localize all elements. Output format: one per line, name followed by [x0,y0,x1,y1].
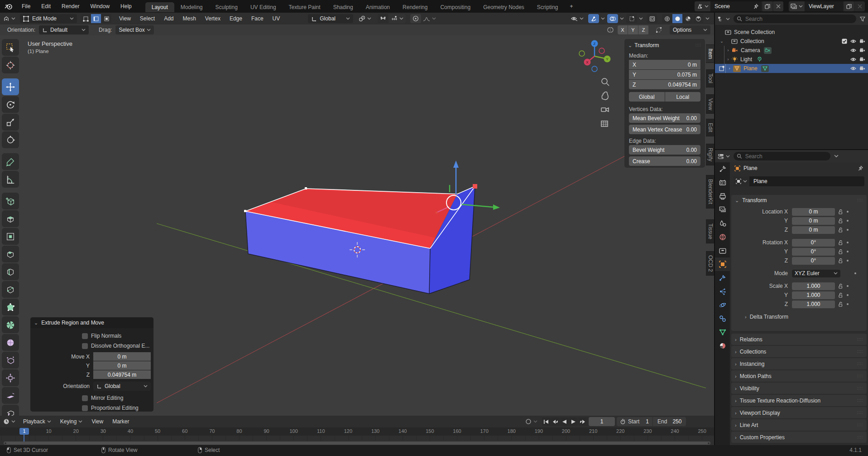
rotation-field[interactable]: 0° [792,239,835,247]
exclude-checkbox[interactable] [842,39,847,44]
show-gizmo-toggle[interactable] [588,14,599,23]
pan-view-icon[interactable] [602,92,608,100]
next-keyframe-button[interactable] [578,417,587,426]
tab-view-layer[interactable] [715,203,730,217]
tool-knife[interactable] [2,281,19,298]
start-frame-field[interactable]: Start 1 [617,417,653,426]
tool-select-box[interactable] [2,39,19,56]
rendered-shading-button[interactable] [693,14,703,23]
expand-icon[interactable]: › [724,57,732,62]
mirror-axis-button[interactable]: Z [638,25,648,34]
viewport-menu-item[interactable]: Vertex [201,13,225,24]
tool-measure[interactable] [2,171,19,188]
menu-item[interactable]: Edit [36,0,56,13]
tool-spin[interactable] [2,316,19,333]
view-object-types-dropdown[interactable] [569,16,586,21]
properties-panel-header[interactable]: ›Custom Properties ···· ···· [731,432,867,443]
operator-collapse-icon[interactable]: ⌄ [34,320,38,326]
render-visibility-icon[interactable] [859,48,865,53]
sidebar-tab-rigify[interactable]: Rigify [706,144,714,165]
properties-panel-header[interactable]: ›Viewport Display ···· ···· [731,407,867,418]
pin-id-icon[interactable] [858,165,863,171]
tab-constraints[interactable] [715,312,730,325]
viewport-menu-item[interactable]: Mesh [178,13,201,24]
keying-menu[interactable]: Keying [56,416,87,427]
animate-dot[interactable] [847,303,849,305]
snap-target-dropdown[interactable] [388,14,406,23]
hide-eye-icon[interactable] [850,39,856,44]
render-visibility-icon[interactable] [859,57,865,62]
zoom-view-icon[interactable] [602,78,609,86]
properties-panel-header[interactable]: ›Relations ···· ···· [731,334,867,345]
light-data-icon[interactable] [756,56,763,63]
median-field[interactable]: X0 m [629,60,700,69]
outliner-search[interactable] [734,15,856,23]
viewlayer-selector[interactable]: ViewLayer [789,1,865,11]
properties-search[interactable] [734,152,830,160]
menu-item[interactable]: File [16,0,36,13]
dissolve-orthogonal-checkbox[interactable] [82,343,88,349]
animate-dot[interactable] [847,294,849,296]
panel-drag-grip[interactable]: ···· ···· [857,423,863,427]
options-dropdown[interactable]: Options [670,25,710,34]
animate-dot[interactable] [854,272,856,274]
animate-dot[interactable] [847,220,849,222]
workspace-tab[interactable]: Rendering [396,2,434,12]
camera-view-icon[interactable] [601,108,609,112]
tool-rip-region[interactable] [2,405,19,416]
panel-drag-grip[interactable]: ···· ···· [857,399,863,403]
3d-viewport[interactable]: Z Y X User Perspective (1) Plane [0,35,714,416]
lock-icon[interactable] [839,209,843,214]
panel-drag-grip[interactable]: ···· ···· [857,199,863,202]
delta-transform-subpanel[interactable]: › Delta Transform [745,314,867,320]
show-overlays-toggle[interactable] [607,14,618,23]
panel-drag-grip[interactable]: ···· ···· [857,338,863,341]
play-button[interactable] [569,417,578,426]
workspace-tab[interactable]: UV Editing [244,2,283,12]
outliner-row-scene-collection[interactable]: Scene Collection [715,28,868,37]
tool-extrude-region[interactable] [2,210,19,227]
tab-modifiers[interactable] [715,271,730,285]
tool-add-cube[interactable] [2,193,19,209]
proportional-falloff-dropdown[interactable] [421,14,437,23]
xray-toggle[interactable] [626,14,637,23]
new-viewlayer-button[interactable] [844,1,854,11]
viewport-menu-item[interactable]: Face [247,13,268,24]
vertex-data-field[interactable]: Mean Vertex Crease0.00 [629,125,700,134]
lock-icon[interactable] [839,293,843,298]
tab-physics[interactable] [715,298,730,312]
animate-dot[interactable] [847,260,849,262]
expand-icon[interactable]: › [724,48,732,53]
pivot-point-dropdown[interactable] [357,15,373,22]
solid-shading-button[interactable] [672,14,682,23]
tool-smooth[interactable] [2,334,19,351]
workspace-tab[interactable]: Modeling [174,2,209,12]
scale-field[interactable]: 1.000 [792,282,835,290]
sidebar-tab-tissue[interactable]: Tissue [706,219,714,243]
panel-drag-grip[interactable]: ···· ···· [857,350,863,354]
transform-orientation-dropdown[interactable]: Global [308,14,353,23]
edge-data-field[interactable]: Bevel Weight0.00 [629,145,700,155]
tool-bevel[interactable] [2,246,19,262]
tool-rotate[interactable] [2,96,19,113]
lock-icon[interactable] [839,249,843,254]
tool-randomize[interactable] [2,352,19,369]
outliner-row-camera[interactable]: › Camera [715,46,868,55]
end-frame-field[interactable]: End 250 [653,417,686,426]
workspace-tab[interactable]: Texture Paint [283,2,327,12]
mirror-axis-button[interactable]: X [618,25,628,34]
viewport-menu-item[interactable]: Select [135,13,159,24]
tab-object[interactable] [715,257,730,271]
properties-panel-header[interactable]: ›Instancing ···· ···· [731,358,867,369]
panel-drag-grip[interactable]: ···· ···· [695,44,701,47]
workspace-tab[interactable]: Layout [145,2,174,12]
camera-data-icon[interactable] [764,47,772,54]
panel-drag-grip[interactable]: ···· ···· [857,436,863,439]
hide-eye-icon[interactable] [850,57,856,62]
viewport-menu-item[interactable]: Add [159,13,178,24]
tab-collection[interactable] [715,244,730,257]
timeline-scrollbar[interactable] [4,441,710,445]
scene-selector[interactable]: Scene [695,1,783,11]
tab-render[interactable] [715,176,730,189]
tab-particles[interactable] [715,285,730,298]
